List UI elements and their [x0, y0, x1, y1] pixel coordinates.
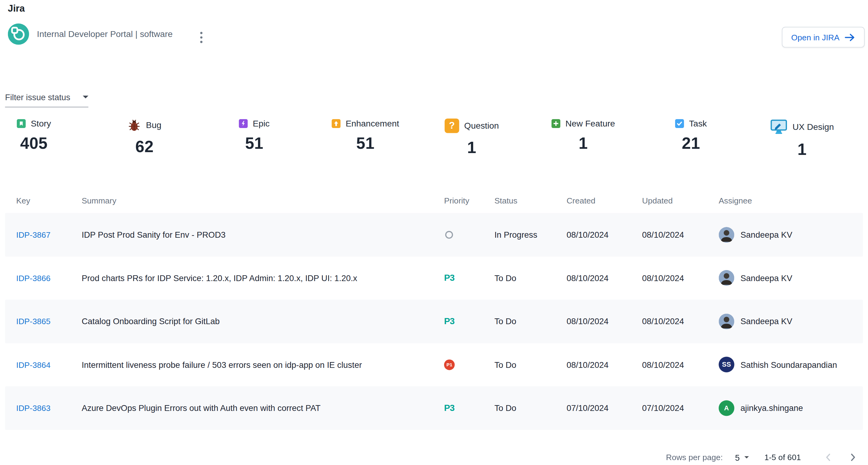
project-logo-icon: [8, 24, 29, 45]
assignee-name: Sandeepa KV: [741, 230, 792, 239]
issue-created: 07/10/2024: [567, 403, 642, 413]
issue-type-counters: Story 405: [0, 119, 868, 172]
avatar: [718, 227, 734, 242]
caret-down-icon: [83, 96, 88, 98]
issue-status: To Do: [495, 360, 567, 369]
issue-key-link[interactable]: IDP-3867: [16, 230, 51, 239]
counter-epic: Epic 51: [239, 119, 270, 153]
counter-label: UX Design: [793, 122, 834, 132]
table-row: IDP-3866 Prod charts PRs for IDP Service…: [5, 256, 863, 300]
assignee-name: Sathish Soundarapandian: [741, 360, 837, 369]
new-feature-icon: [551, 119, 560, 128]
column-header-key: Key: [5, 196, 82, 205]
open-in-jira-label: Open in JIRA: [791, 33, 840, 41]
avatar: A: [718, 400, 734, 416]
counter-question: ? Question 1: [445, 119, 499, 157]
table-row: IDP-3864 Intermittent liveness probe fai…: [5, 343, 863, 387]
counter-label: Question: [464, 121, 499, 131]
story-icon: [17, 119, 26, 128]
counter-story: Story 405: [17, 119, 51, 153]
issue-summary: Catalog Onboarding Script for GitLab: [82, 317, 438, 326]
priority-p1-icon: P1: [444, 359, 455, 370]
chevron-right-icon[interactable]: [844, 449, 861, 465]
priority-p3-icon: P3: [444, 403, 455, 413]
issue-key-link[interactable]: IDP-3863: [16, 404, 51, 413]
open-in-jira-button[interactable]: Open in JIRA: [782, 27, 865, 48]
column-header-updated: Updated: [642, 196, 719, 205]
pagination-range: 1-5 of 601: [765, 453, 801, 462]
kebab-menu-icon[interactable]: [196, 29, 207, 46]
priority-p3-icon: P3: [444, 316, 455, 326]
issue-key-link[interactable]: IDP-3866: [16, 274, 51, 283]
issue-updated: 08/10/2024: [642, 230, 719, 239]
priority-none-icon: [445, 231, 453, 239]
epic-icon: [239, 119, 248, 128]
counter-enhancement: Enhancement 51: [332, 119, 399, 153]
issue-updated: 08/10/2024: [642, 273, 719, 283]
enhancement-icon: [332, 119, 340, 128]
chevron-left-icon[interactable]: [820, 449, 837, 465]
counter-count: 1: [579, 134, 588, 153]
issue-updated: 07/10/2024: [642, 403, 719, 413]
bug-icon: [127, 119, 141, 132]
avatar: [718, 313, 734, 329]
issue-updated: 08/10/2024: [642, 360, 719, 369]
counter-label: New Feature: [565, 119, 615, 129]
counter-count: 21: [682, 134, 700, 153]
assignee-name: ajinkya.shingane: [741, 403, 803, 413]
filter-issue-status-label: Filter issue status: [5, 92, 70, 102]
counter-count: 405: [20, 134, 48, 153]
issue-status: To Do: [495, 403, 567, 413]
column-header-summary: Summary: [82, 196, 438, 205]
counter-new-feature: New Feature 1: [551, 119, 615, 153]
assignee-name: Sandeepa KV: [741, 317, 792, 326]
avatar: SS: [718, 357, 734, 372]
table-header-row: Key Summary Priority Status Created Upda…: [5, 188, 863, 213]
issue-created: 08/10/2024: [567, 230, 642, 239]
column-header-created: Created: [567, 196, 642, 205]
issue-summary: Intermittent liveness probe failure / 50…: [82, 360, 438, 369]
arrow-right-icon: [844, 33, 855, 41]
task-icon: [675, 119, 684, 128]
assignee-name: Sandeepa KV: [741, 273, 792, 283]
page-title: Jira: [8, 3, 25, 15]
counter-count: 51: [356, 134, 375, 153]
table-row: IDP-3865 Catalog Onboarding Script for G…: [5, 300, 863, 343]
rows-per-page-select[interactable]: 5: [735, 453, 749, 462]
counter-count: 1: [467, 139, 476, 157]
question-icon: ?: [445, 119, 459, 133]
caret-down-icon: [744, 456, 749, 458]
ux-design-icon: [770, 119, 787, 135]
counter-count: 1: [797, 140, 807, 159]
counter-label: Enhancement: [346, 119, 399, 129]
counter-label: Bug: [146, 120, 161, 130]
jira-plugin-card: Jira Internal Developer Portal | softwar…: [0, 0, 868, 465]
issue-summary: Prod charts PRs for IDP Service: 1.20.x,…: [82, 273, 438, 283]
filter-issue-status-select[interactable]: Filter issue status: [5, 92, 88, 107]
counter-label: Epic: [253, 119, 270, 129]
counter-count: 51: [245, 134, 264, 153]
column-header-status: Status: [495, 196, 567, 205]
rows-per-page-label: Rows per page:: [666, 453, 723, 462]
priority-p3-icon: P3: [444, 273, 455, 283]
avatar: [718, 270, 734, 286]
issue-key-link[interactable]: IDP-3865: [16, 317, 51, 326]
issue-created: 08/10/2024: [567, 317, 642, 326]
table-row: IDP-3867 IDP Post Prod Sanity for Env - …: [5, 213, 863, 256]
issue-status: To Do: [495, 273, 567, 283]
issue-summary: Azure DevOps Plugin Errors out with Auth…: [82, 403, 438, 413]
column-header-assignee: Assignee: [718, 196, 863, 205]
issue-status: To Do: [495, 317, 567, 326]
issue-summary: IDP Post Prod Sanity for Env - PROD3: [82, 230, 438, 239]
counter-label: Story: [31, 119, 51, 129]
counter-label: Task: [689, 119, 707, 129]
issue-updated: 08/10/2024: [642, 317, 719, 326]
table-row: IDP-3863 Azure DevOps Plugin Errors out …: [5, 386, 863, 430]
card-subheader: Internal Developer Portal | software: [8, 23, 173, 45]
counter-task: Task 21: [675, 119, 707, 153]
issue-created: 08/10/2024: [567, 273, 642, 283]
rows-per-page-value: 5: [735, 453, 740, 462]
issue-status: In Progress: [495, 230, 567, 239]
issue-key-link[interactable]: IDP-3864: [16, 361, 51, 369]
project-name: Internal Developer Portal | software: [37, 29, 173, 39]
